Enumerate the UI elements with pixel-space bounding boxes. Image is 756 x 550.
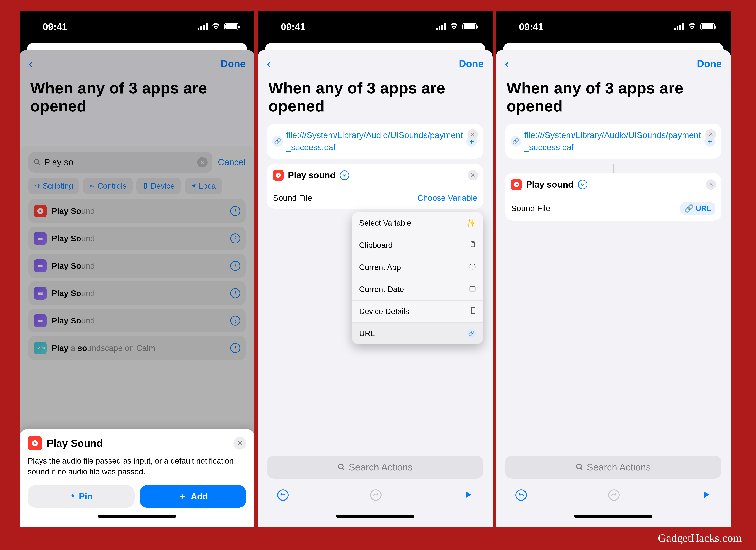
back-button[interactable]: ‹ — [505, 55, 510, 72]
cellular-icon — [674, 23, 684, 30]
ctx-clipboard[interactable]: Clipboard — [352, 234, 483, 256]
svg-rect-13 — [471, 307, 475, 314]
svg-line-18 — [581, 468, 582, 470]
remove-action-icon[interactable]: ✕ — [706, 179, 716, 190]
info-icon[interactable]: i — [230, 261, 240, 271]
action-detail-popup: Play Sound ✕ Plays the audio file passed… — [20, 429, 254, 527]
popup-description: Plays the audio file passed as input, or… — [28, 455, 246, 477]
action-connector — [496, 164, 731, 173]
run-button[interactable] — [701, 490, 711, 500]
cat-scripting[interactable]: Scripting — [28, 178, 79, 194]
variable-context-menu: Select Variable✨ Clipboard Current App C… — [352, 212, 483, 344]
choose-variable-button[interactable]: Choose Variable — [417, 193, 477, 203]
cat-controls[interactable]: Controls — [83, 178, 133, 194]
expand-icon[interactable] — [340, 170, 349, 180]
remove-action-icon[interactable]: ✕ — [468, 170, 478, 180]
automation-title: When any of 3 apps are opened — [20, 77, 254, 124]
status-indicators — [436, 21, 477, 32]
battery-icon — [462, 23, 477, 30]
app-icon: ▣▣ — [34, 259, 47, 272]
result-play-sound[interactable]: Play Sound i — [28, 199, 246, 223]
result-calm[interactable]: Calm Play a soundscape on Calm i — [28, 336, 246, 360]
cellular-icon — [198, 23, 208, 30]
link-icon: 🔗 — [510, 136, 521, 147]
result-label: Play Sound — [52, 261, 95, 271]
ctx-select-variable[interactable]: Select Variable✨ — [352, 212, 483, 234]
info-icon[interactable]: i — [230, 343, 240, 353]
search-actions-input[interactable]: Search Actions — [505, 456, 721, 479]
screenshot-3: 09:41 ‹ Done When any of 3 apps are open… — [496, 11, 731, 527]
done-button[interactable]: Done — [221, 58, 246, 69]
cat-location[interactable]: Loca — [185, 178, 222, 194]
done-button[interactable]: Done — [697, 58, 722, 69]
ctx-current-app[interactable]: Current App — [352, 256, 483, 278]
automation-sheet: ‹ Done When any of 3 apps are opened Pla… — [20, 50, 254, 527]
cancel-button[interactable]: Cancel — [218, 157, 246, 167]
result-label: Play Sound — [52, 288, 95, 298]
param-label: Sound File — [273, 193, 312, 203]
result-label: Play Sound — [52, 206, 95, 216]
info-icon[interactable]: i — [230, 288, 240, 298]
search-input[interactable]: Play so ✕ — [28, 152, 212, 173]
play-sound-action-card[interactable]: Play sound ✕ Sound File 🔗URL — [505, 173, 721, 221]
info-icon[interactable]: i — [230, 206, 240, 216]
clipboard-icon — [470, 241, 476, 250]
close-icon[interactable]: ✕ — [233, 437, 246, 450]
wifi-icon — [688, 21, 697, 32]
redo-button[interactable] — [370, 489, 382, 501]
automation-sheet: ‹ Done When any of 3 apps are opened 🔗 f… — [496, 50, 731, 527]
status-time: 09:41 — [281, 21, 305, 32]
url-text[interactable]: file:///System/Library/Audio/UISounds/pa… — [286, 129, 463, 153]
calendar-icon — [469, 285, 476, 294]
result-label: Play Sound — [52, 234, 95, 243]
result-play-sound-4[interactable]: ▣▣ Play Sound i — [28, 281, 246, 305]
app-icon: ▣▣ — [34, 314, 47, 327]
redo-button[interactable] — [608, 489, 620, 501]
add-button[interactable]: ＋Add — [140, 485, 246, 508]
result-play-sound-3[interactable]: ▣▣ Play Sound i — [28, 254, 246, 278]
url-action-card[interactable]: 🔗 file:///System/Library/Audio/UISounds/… — [505, 124, 721, 158]
url-action-card[interactable]: 🔗 file:///System/Library/Audio/UISounds/… — [267, 124, 483, 158]
pin-button[interactable]: Pin — [28, 485, 135, 508]
status-time: 09:41 — [519, 21, 544, 32]
home-indicator[interactable] — [336, 515, 414, 518]
cat-device[interactable]: Device — [137, 178, 181, 194]
result-play-sound-5[interactable]: ▣▣ Play Sound i — [28, 309, 246, 332]
run-button[interactable] — [463, 490, 473, 500]
url-text[interactable]: file:///System/Library/Audio/UISounds/pa… — [524, 129, 701, 153]
svg-point-3 — [91, 185, 91, 186]
info-icon[interactable]: i — [230, 233, 240, 243]
popup-title: Play Sound — [47, 437, 103, 449]
ctx-current-date[interactable]: Current Date — [352, 278, 483, 301]
done-button[interactable]: Done — [459, 58, 484, 69]
play-sound-action-card[interactable]: Play sound ✕ Sound File Choose Variable — [267, 164, 483, 209]
svg-rect-11 — [470, 287, 475, 291]
search-actions-input[interactable]: Search Actions — [267, 456, 483, 479]
remove-action-icon[interactable]: ✕ — [467, 129, 478, 140]
ctx-device-details[interactable]: Device Details — [352, 301, 483, 323]
svg-point-0 — [34, 159, 39, 164]
svg-point-17 — [577, 464, 581, 469]
search-text: Play so — [44, 157, 73, 167]
url-variable-pill[interactable]: 🔗URL — [680, 202, 715, 215]
sound-file-row[interactable]: Sound File 🔗URL — [505, 196, 721, 221]
sound-file-row[interactable]: Sound File Choose Variable — [267, 187, 483, 209]
result-play-sound-2[interactable]: ▣▣ Play Sound i — [28, 227, 246, 250]
back-button[interactable]: ‹ — [28, 55, 33, 72]
remove-action-icon[interactable]: ✕ — [705, 129, 716, 140]
undo-button[interactable] — [515, 489, 527, 501]
back-button[interactable]: ‹ — [267, 55, 271, 72]
status-time: 09:41 — [43, 21, 67, 32]
automation-title: When any of 3 apps are opened — [496, 77, 731, 124]
home-indicator[interactable] — [574, 515, 652, 518]
info-icon[interactable]: i — [230, 316, 240, 326]
wifi-icon — [450, 21, 458, 32]
undo-button[interactable] — [277, 489, 289, 501]
clear-search-icon[interactable]: ✕ — [197, 157, 208, 167]
status-indicators — [198, 21, 238, 32]
expand-icon[interactable] — [578, 180, 587, 189]
wifi-icon — [211, 21, 220, 32]
ctx-url[interactable]: URL🔗 — [352, 323, 483, 344]
home-indicator[interactable] — [98, 515, 176, 518]
search-placeholder: Search Actions — [587, 462, 651, 473]
